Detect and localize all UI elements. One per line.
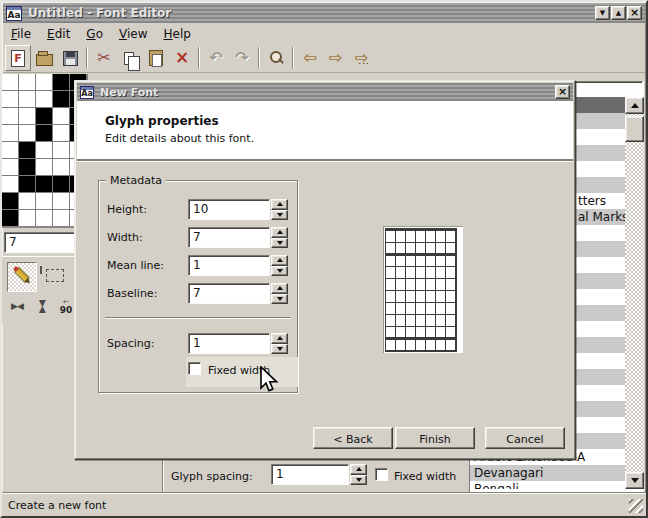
glyph-pixel[interactable] <box>36 210 52 226</box>
spin-up-button[interactable] <box>271 227 288 238</box>
width-value[interactable]: 7 <box>188 227 270 248</box>
zoom-button[interactable] <box>263 45 289 71</box>
scroll-thumb[interactable] <box>625 116 644 142</box>
glyph-pixel[interactable] <box>36 125 52 141</box>
glyph-pixel[interactable] <box>53 210 69 226</box>
spin-up-button[interactable] <box>271 199 288 210</box>
spin-down-button[interactable] <box>350 475 367 486</box>
glyph-pixel[interactable] <box>2 74 18 90</box>
forward-button[interactable]: ⇨ <box>323 45 349 71</box>
paste-button[interactable] <box>143 45 169 71</box>
list-item[interactable]: Bengali <box>470 481 626 489</box>
scroll-down-button[interactable] <box>625 472 644 489</box>
glyph-pixel[interactable] <box>2 142 18 158</box>
glyph-pixel[interactable] <box>36 159 52 175</box>
glyph-pixel[interactable] <box>53 74 69 90</box>
spin-down-button[interactable] <box>271 266 288 277</box>
glyph-pixel[interactable] <box>19 74 35 90</box>
glyph-pixel[interactable] <box>2 210 18 226</box>
glyph-pixel[interactable] <box>19 159 35 175</box>
glyph-pixel[interactable] <box>2 91 18 107</box>
copy-button[interactable] <box>117 45 143 71</box>
glyph-pixel[interactable] <box>2 108 18 124</box>
glyph-pixel[interactable] <box>19 125 35 141</box>
glyph-width-field[interactable]: 7 <box>4 232 80 253</box>
undo-button[interactable]: ↶ <box>203 45 229 71</box>
spin-up-button[interactable] <box>271 333 288 344</box>
spin-down-button[interactable] <box>271 344 288 355</box>
pencil-tool-button[interactable] <box>7 262 37 292</box>
spacing-value[interactable]: 1 <box>188 333 270 354</box>
flip-vertical-icon[interactable]: ▶◀ <box>32 295 54 317</box>
spin-up-button[interactable] <box>271 283 288 294</box>
glyph-pixel[interactable] <box>53 193 69 209</box>
minimize-button[interactable]: ▼ <box>595 6 610 20</box>
window-titlebar[interactable]: Aa Untitled - Font Editor ▼ ▲ × <box>3 3 645 23</box>
glyph-pixel[interactable] <box>36 74 52 90</box>
menu-help[interactable]: Help <box>155 25 198 43</box>
menu-go[interactable]: Go <box>78 25 111 43</box>
spin-up-button[interactable] <box>350 464 367 475</box>
save-button[interactable] <box>57 45 83 71</box>
glyph-pixel[interactable] <box>53 108 69 124</box>
resize-grip[interactable] <box>629 499 643 513</box>
glyph-pixel[interactable] <box>53 91 69 107</box>
mean-line-spinner[interactable]: 1 <box>188 255 288 276</box>
maximize-button[interactable]: ▲ <box>611 6 626 20</box>
scroll-up-button[interactable] <box>625 97 644 114</box>
back-button[interactable]: < Back <box>313 427 393 449</box>
new-button[interactable]: F <box>5 45 31 71</box>
spacing-spinner[interactable]: 1 <box>188 333 288 354</box>
glyph-pixel[interactable] <box>2 176 18 192</box>
glyph-pixel[interactable] <box>36 193 52 209</box>
glyph-pixel[interactable] <box>53 142 69 158</box>
glyph-pixel[interactable] <box>36 142 52 158</box>
glyph-pixel[interactable] <box>19 193 35 209</box>
rotate-90-icon[interactable]: ← 90 <box>56 295 76 319</box>
spin-down-button[interactable] <box>271 210 288 221</box>
height-value[interactable]: 10 <box>188 199 270 220</box>
goto-button[interactable]: ⇨ <box>349 45 375 71</box>
select-tool-icon[interactable] <box>46 269 64 282</box>
glyph-pixel[interactable] <box>53 125 69 141</box>
delete-button[interactable]: × <box>169 45 195 71</box>
cut-button[interactable]: ✂ <box>91 45 117 71</box>
mean-line-value[interactable]: 1 <box>188 255 270 276</box>
dialog-close-button[interactable]: × <box>555 85 570 99</box>
scripts-scrollbar[interactable] <box>625 97 644 489</box>
menu-file[interactable]: File <box>3 25 39 43</box>
baseline-value[interactable]: 7 <box>188 283 270 304</box>
glyph-pixel[interactable] <box>53 159 69 175</box>
back-button[interactable]: ⇦ <box>297 45 323 71</box>
spin-down-button[interactable] <box>271 294 288 305</box>
open-button[interactable] <box>31 45 57 71</box>
baseline-spinner[interactable]: 7 <box>188 283 288 304</box>
glyph-pixel[interactable] <box>19 176 35 192</box>
height-spinner[interactable]: 10 <box>188 199 288 220</box>
glyph-pixel[interactable] <box>36 108 52 124</box>
spin-down-button[interactable] <box>271 238 288 249</box>
glyph-pixel[interactable] <box>36 176 52 192</box>
menu-view[interactable]: View <box>111 25 155 43</box>
glyph-spacing-spinner[interactable]: 1 <box>271 464 367 485</box>
glyph-spacing-value[interactable]: 1 <box>271 464 349 485</box>
finish-button[interactable]: Finish <box>395 427 475 449</box>
redo-button[interactable]: ↷ <box>229 45 255 71</box>
glyph-pixel[interactable] <box>19 210 35 226</box>
spin-up-button[interactable] <box>271 255 288 266</box>
glyph-pixel[interactable] <box>19 142 35 158</box>
flip-horizontal-icon[interactable]: ▶◀ <box>6 295 28 317</box>
menu-edit[interactable]: Edit <box>39 25 78 43</box>
cancel-button[interactable]: Cancel <box>485 427 565 449</box>
fixed-width-checkbox-bottom[interactable] <box>375 468 388 481</box>
fixed-width-checkbox[interactable] <box>188 362 201 375</box>
glyph-pixel[interactable] <box>2 125 18 141</box>
glyph-pixel[interactable] <box>36 91 52 107</box>
glyph-pixel[interactable] <box>2 159 18 175</box>
close-button[interactable]: × <box>627 6 642 20</box>
glyph-pixel[interactable] <box>19 108 35 124</box>
dialog-titlebar[interactable]: Aa New Font × <box>77 83 573 101</box>
glyph-pixel[interactable] <box>19 91 35 107</box>
glyph-pixel[interactable] <box>2 193 18 209</box>
glyph-pixel[interactable] <box>53 176 69 192</box>
